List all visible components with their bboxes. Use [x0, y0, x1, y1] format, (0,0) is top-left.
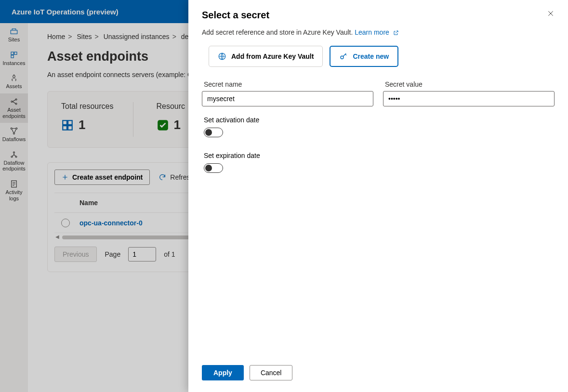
- select-secret-panel: Select a secret Add secret reference and…: [188, 0, 568, 392]
- svg-point-20: [341, 56, 343, 59]
- secret-value-label: Secret value: [383, 80, 555, 88]
- add-from-key-vault-button[interactable]: Add from Azure Key Vault: [209, 46, 323, 67]
- create-new-button[interactable]: Create new: [330, 46, 398, 67]
- apply-button[interactable]: Apply: [202, 365, 244, 380]
- secret-mode-tabs: Add from Azure Key Vault Create new: [202, 46, 555, 67]
- pill-label: Create new: [353, 52, 389, 60]
- pill-label: Add from Azure Key Vault: [231, 52, 314, 60]
- key-icon: [339, 52, 348, 61]
- cancel-button[interactable]: Cancel: [250, 365, 293, 380]
- activation-date-toggle[interactable]: [204, 128, 223, 137]
- external-link-icon: [393, 30, 399, 36]
- panel-footer: Apply Cancel: [188, 357, 568, 392]
- secret-name-label: Secret name: [202, 80, 373, 88]
- secret-value-input[interactable]: [383, 91, 555, 106]
- learn-more-link[interactable]: Learn more: [355, 28, 398, 36]
- expiration-date-label: Set expiration date: [204, 152, 555, 159]
- close-icon[interactable]: [547, 10, 555, 17]
- panel-title: Select a secret: [202, 10, 269, 21]
- globe-icon: [218, 52, 226, 61]
- expiration-date-toggle[interactable]: [204, 163, 223, 173]
- secret-name-input[interactable]: [202, 91, 373, 106]
- activation-date-label: Set activation date: [204, 116, 555, 124]
- panel-subtitle: Add secret reference and store in Azure …: [202, 28, 555, 36]
